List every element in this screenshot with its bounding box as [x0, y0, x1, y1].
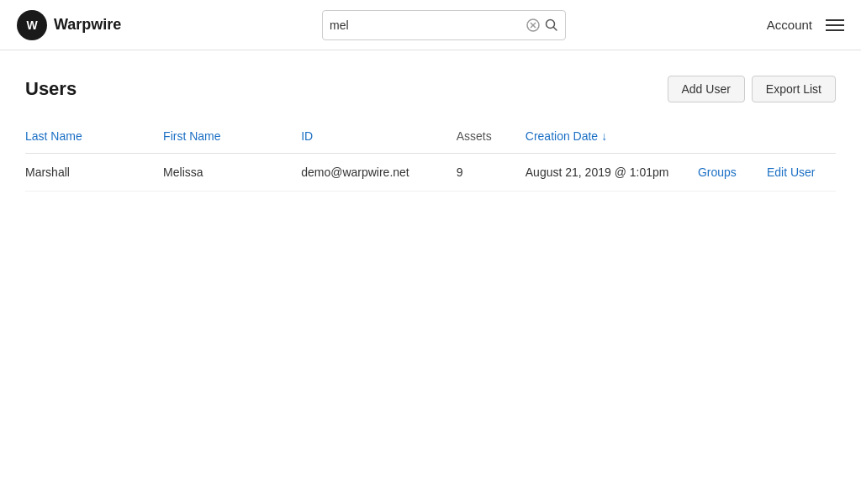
- first-name-sort-link[interactable]: First Name: [163, 129, 220, 143]
- table-body: Marshall Melissa demo@warpwire.net 9 Aug…: [25, 154, 836, 192]
- col-header-last-name: Last Name: [25, 123, 163, 154]
- logo-area: W Warpwire: [17, 10, 121, 40]
- edit-user-link[interactable]: Edit User: [767, 165, 816, 179]
- logo-text: Warpwire: [54, 16, 121, 34]
- creation-date-sort-link[interactable]: Creation Date↓: [526, 129, 607, 143]
- col-header-assets: Assets: [457, 123, 526, 154]
- header: W Warpwire Account: [0, 0, 861, 50]
- cell-groups: Groups: [698, 154, 767, 192]
- col-header-groups: [698, 123, 767, 154]
- clear-icon[interactable]: [526, 18, 540, 32]
- table-header-row: Last Name First Name ID Assets Creation …: [25, 123, 836, 154]
- assets-label: Assets: [457, 129, 492, 143]
- menu-icon[interactable]: [826, 18, 844, 32]
- page-header: Users Add User Export List: [25, 76, 836, 102]
- users-table: Last Name First Name ID Assets Creation …: [25, 123, 836, 192]
- account-link[interactable]: Account: [767, 18, 812, 32]
- header-right: Account: [767, 18, 844, 32]
- id-sort-link[interactable]: ID: [301, 129, 313, 143]
- table-row: Marshall Melissa demo@warpwire.net 9 Aug…: [25, 154, 836, 192]
- cell-creation-date: August 21, 2019 @ 1:01pm: [526, 154, 698, 192]
- cell-last-name: Marshall: [25, 154, 163, 192]
- logo-icon: W: [17, 10, 47, 40]
- add-user-button[interactable]: Add User: [668, 76, 745, 102]
- cell-first-name: Melissa: [163, 154, 301, 192]
- search-area: [322, 10, 566, 40]
- creation-date-label: Creation Date: [526, 129, 598, 143]
- main-content: Users Add User Export List Last Name Fir…: [0, 50, 861, 192]
- page-title: Users: [25, 78, 77, 100]
- button-group: Add User Export List: [668, 76, 837, 102]
- logo-initial: W: [26, 18, 37, 32]
- cell-assets: 9: [457, 154, 526, 192]
- sort-arrow-icon: ↓: [601, 129, 607, 143]
- cell-edit: Edit User: [767, 154, 836, 192]
- search-icon[interactable]: [545, 18, 558, 32]
- search-input[interactable]: [330, 18, 521, 32]
- col-header-first-name: First Name: [163, 123, 301, 154]
- groups-link[interactable]: Groups: [698, 165, 737, 179]
- col-header-edit: [767, 123, 836, 154]
- svg-line-4: [554, 27, 557, 30]
- cell-id: demo@warpwire.net: [301, 154, 457, 192]
- col-header-id: ID: [301, 123, 457, 154]
- col-header-creation-date: Creation Date↓: [526, 123, 698, 154]
- last-name-sort-link[interactable]: Last Name: [25, 129, 82, 143]
- export-list-button[interactable]: Export List: [752, 76, 836, 102]
